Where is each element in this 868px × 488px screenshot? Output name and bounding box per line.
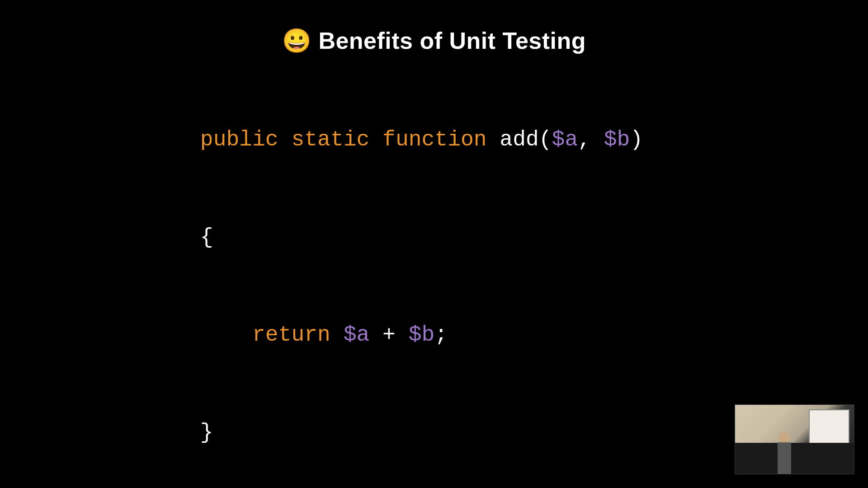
title-area: 😀 Benefits of Unit Testing	[0, 0, 868, 55]
brace-close: }	[200, 420, 213, 445]
return-param-a: $a	[330, 323, 369, 347]
param-b: $b	[604, 127, 630, 152]
keyword-public: public	[200, 127, 278, 152]
param-a: $a	[552, 127, 578, 152]
slide-title: 😀 Benefits of Unit Testing	[282, 28, 586, 54]
whiteboard	[809, 409, 849, 446]
param-separator: ,	[578, 127, 604, 152]
presenter-silhouette	[771, 420, 798, 474]
function-name: add	[487, 127, 539, 152]
person-head	[778, 432, 790, 443]
keyword-static: static	[278, 127, 370, 152]
person-body	[778, 442, 791, 474]
paren-open: (	[539, 127, 552, 152]
code-line-1: public static function add($a, $b)	[122, 91, 868, 188]
video-thumbnail	[735, 404, 854, 474]
keyword-function: function	[369, 127, 486, 152]
code-line-3: return $a + $b;	[122, 286, 868, 384]
brace-open: {	[200, 225, 213, 249]
video-inner	[735, 405, 854, 474]
keyword-return: return	[200, 323, 330, 347]
slide-container: 😀 Benefits of Unit Testing public static…	[0, 0, 868, 488]
semicolon: ;	[434, 323, 448, 347]
code-line-2: {	[122, 188, 868, 286]
title-emoji: 😀	[282, 28, 312, 54]
paren-close: )	[630, 127, 643, 152]
operator-plus: +	[369, 323, 408, 347]
return-param-b: $b	[409, 323, 435, 347]
